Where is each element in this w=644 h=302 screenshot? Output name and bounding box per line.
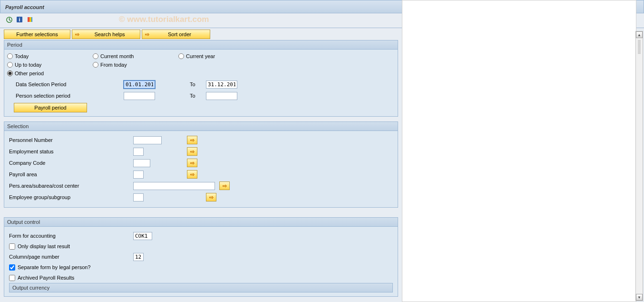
archived-checkbox[interactable]: [9, 275, 15, 281]
only-last-checkbox[interactable]: [9, 243, 15, 250]
radio-current-month-label: Current month: [100, 53, 134, 59]
further-selections-button[interactable]: Further selections: [4, 30, 70, 39]
sort-order-label: Sort order: [152, 31, 207, 37]
period-group: Period Today Current month Current year: [4, 40, 398, 117]
variant-icon[interactable]: [26, 15, 34, 24]
page-title: Payroll account: [5, 4, 44, 10]
radio-from-today-label: From today: [100, 62, 127, 68]
form-area: Further selections ⇨ Search helps ⇨ Sort…: [0, 28, 402, 302]
payroll-area-input[interactable]: [133, 171, 144, 179]
selection-header: Selection: [4, 122, 398, 131]
top-button-row: Further selections ⇨ Search helps ⇨ Sort…: [4, 30, 398, 39]
radio-other-period-label: Other period: [15, 70, 44, 76]
selection-group: Selection Personnel Number ⇨ Employment …: [4, 121, 398, 208]
arrow-right-icon: ⇨: [209, 194, 214, 201]
radio-up-to-today-label: Up to today: [15, 62, 41, 68]
radio-today[interactable]: Today: [7, 53, 83, 59]
right-blank-area: [402, 0, 636, 302]
arrow-right-icon: ⇨: [190, 137, 195, 143]
further-selections-label: Further selections: [7, 31, 67, 37]
company-code-multi-icon[interactable]: ⇨: [187, 159, 197, 167]
employment-status-multi-icon[interactable]: ⇨: [187, 147, 197, 156]
arrow-right-icon: ⇨: [190, 149, 195, 155]
radio-other-period[interactable]: Other period: [7, 70, 83, 76]
radio-today-label: Today: [15, 53, 29, 59]
scroll-up-icon[interactable]: ▲: [636, 31, 643, 38]
company-code-input[interactable]: [133, 159, 150, 167]
payroll-area-multi-icon[interactable]: ⇨: [187, 170, 197, 179]
personnel-number-input[interactable]: [133, 136, 162, 144]
employment-status-label: Employment status: [7, 149, 124, 154]
separate-form-checkbox[interactable]: [9, 264, 15, 271]
search-helps-label: Search helps: [82, 31, 137, 37]
output-control-header: Output control: [4, 218, 398, 227]
period-header: Period: [4, 40, 398, 50]
personnel-number-multi-icon[interactable]: ⇨: [187, 136, 197, 144]
pers-area-label: Pers.area/subarea/cost center: [7, 183, 124, 189]
radio-current-month[interactable]: Current month: [93, 53, 169, 59]
archived-label: Archived Payroll Results: [18, 275, 74, 281]
info-icon[interactable]: i: [15, 15, 24, 24]
data-selection-from-input[interactable]: [124, 81, 155, 89]
payroll-area-label: Payroll area: [7, 171, 124, 177]
arrow-right-icon: ⇨: [75, 31, 79, 38]
watermark-text: © www.tutorialkart.com: [119, 15, 209, 24]
personnel-number-label: Personnel Number: [7, 137, 124, 143]
form-accounting-input[interactable]: [133, 232, 152, 240]
scroll-down-icon[interactable]: ▼: [636, 294, 643, 301]
form-accounting-label: Form for accounting: [9, 233, 56, 239]
data-selection-label: Data Selection Period: [7, 81, 124, 87]
radio-up-to-today[interactable]: Up to today: [7, 62, 83, 68]
svg-rect-5: [31, 17, 32, 22]
employee-group-input[interactable]: [133, 193, 144, 201]
column-page-input[interactable]: [133, 253, 144, 261]
radio-current-year[interactable]: Current year: [178, 53, 254, 59]
output-currency-header: Output currency: [9, 283, 393, 292]
column-page-label: Column/page number: [9, 254, 59, 260]
employment-status-input[interactable]: [133, 148, 144, 156]
separate-form-label: Separate form by legal person?: [18, 264, 90, 270]
search-helps-button[interactable]: ⇨ Search helps: [72, 30, 140, 39]
vertical-scrollbar[interactable]: ▲ ▼: [635, 31, 643, 301]
to-label-2: To: [190, 93, 195, 99]
arrow-right-icon: ⇨: [190, 171, 195, 178]
radio-from-today[interactable]: From today: [93, 62, 169, 68]
output-control-group: Output control Form for accounting Only …: [4, 217, 398, 297]
svg-rect-3: [28, 17, 29, 22]
pers-area-multi-icon[interactable]: ⇨: [219, 181, 230, 190]
sort-order-button[interactable]: ⇨ Sort order: [142, 30, 210, 39]
to-label-1: To: [190, 81, 195, 87]
radio-current-year-label: Current year: [186, 53, 215, 59]
content-area: Further selections ⇨ Search helps ⇨ Sort…: [0, 28, 644, 302]
person-selection-from-input[interactable]: [124, 92, 155, 100]
person-selection-label: Person selection period: [7, 93, 124, 99]
execute-icon[interactable]: [5, 15, 13, 24]
arrow-right-icon: ⇨: [190, 160, 195, 166]
company-code-label: Company Code: [7, 160, 124, 166]
person-selection-to-input[interactable]: [206, 92, 237, 100]
payroll-period-button[interactable]: Payroll period: [14, 103, 87, 112]
scrollbar-thumb[interactable]: [638, 40, 641, 54]
employee-group-multi-icon[interactable]: ⇨: [206, 193, 216, 201]
pers-area-input[interactable]: [133, 182, 215, 190]
svg-rect-4: [29, 17, 31, 22]
payroll-period-label: Payroll period: [34, 105, 66, 111]
arrow-right-icon: ⇨: [145, 31, 149, 38]
employee-group-label: Employee group/subgroup: [7, 194, 124, 200]
only-last-label: Only display last result: [18, 243, 70, 249]
data-selection-to-input[interactable]: [206, 81, 237, 89]
svg-text:i: i: [19, 17, 20, 22]
arrow-right-icon: ⇨: [223, 183, 227, 189]
